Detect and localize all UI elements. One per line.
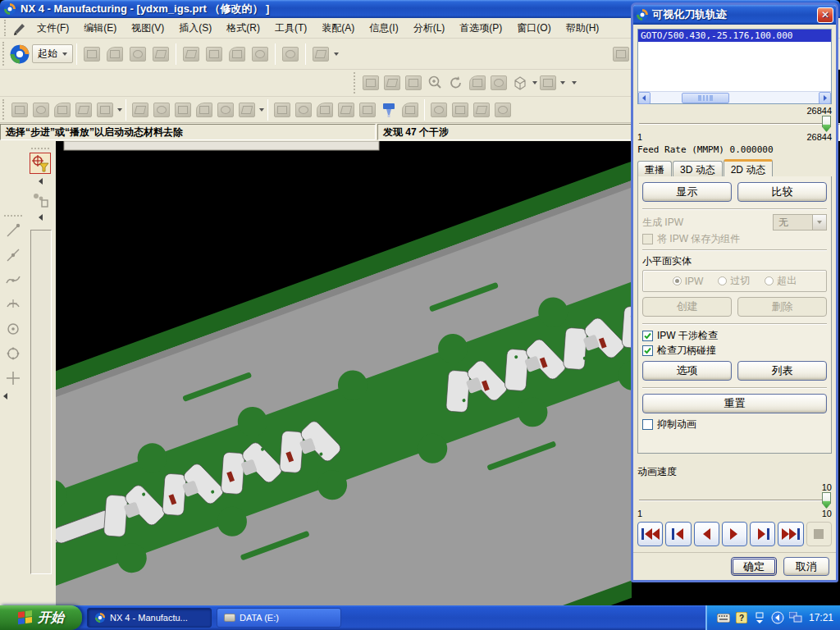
toolbar-options-button[interactable] [609,43,632,66]
taskbar-task-nx[interactable]: NX 4 - Manufactu... [87,608,212,628]
step-back-button[interactable] [665,522,691,546]
menu-insert[interactable]: 插入(S) [172,19,218,38]
new-button[interactable] [80,43,103,66]
verify-toolpath-button[interactable] [378,100,399,120]
list-toolpath-button[interactable] [357,100,378,120]
rotate-view-button[interactable] [445,73,467,93]
chevron-down-icon[interactable] [117,108,122,112]
step-forward-button[interactable] [750,522,775,546]
paste-button[interactable] [226,43,249,66]
tab-replay[interactable]: 重播 [637,161,672,176]
shaded-view-button[interactable] [488,73,509,93]
play-forward-button[interactable] [722,522,747,546]
zoom-box-button[interactable] [403,73,424,93]
suppress-animation-checkbox[interactable] [642,419,653,430]
post-process-button[interactable] [428,100,450,120]
end-point-button[interactable] [2,220,24,241]
pan-button[interactable] [467,73,488,93]
flyout-arrow-icon[interactable] [3,393,7,399]
magnifier-button[interactable] [424,73,445,93]
chevron-down-icon[interactable] [259,108,264,112]
network-icon[interactable] [789,611,802,624]
print-button[interactable] [149,43,172,66]
save-button[interactable] [126,43,149,66]
menu-information[interactable]: 信息(I) [363,19,404,38]
taskbar-task-data-drive[interactable]: DATA (E:) [217,608,341,628]
cut-operation-button[interactable] [151,100,172,120]
play-reverse-button[interactable] [694,522,719,546]
edit-operation-button[interactable] [130,100,151,120]
graphics-viewport[interactable] [56,141,632,605]
speed-slider[interactable] [637,492,832,509]
path-slider[interactable] [637,116,832,132]
create-program-button[interactable] [9,100,30,120]
batch-output-button[interactable] [492,100,514,120]
flyout-arrow-icon[interactable] [39,214,43,221]
transform-operation-button[interactable] [236,100,258,120]
toolbar-grip[interactable] [354,72,358,94]
menu-file[interactable]: 文件(F) [30,19,75,38]
menu-format[interactable]: 格式(R) [220,19,267,38]
scroll-left-button[interactable] [638,92,651,104]
copy-operation-button[interactable] [172,100,194,120]
cut-button[interactable] [180,43,203,66]
shop-docs-button[interactable] [450,100,471,120]
tab-2d-dynamic[interactable]: 2D 动态 [724,159,774,176]
ok-button[interactable]: 确定 [731,557,777,576]
menu-assemblies[interactable]: 装配(A) [315,19,361,38]
go-to-start-button[interactable] [637,522,663,546]
point-constructor-button[interactable] [2,368,24,389]
help-tray-icon[interactable]: ? [735,611,748,624]
menu-window[interactable]: 窗口(O) [510,19,557,38]
open-button[interactable] [103,43,126,66]
go-to-end-button[interactable] [778,522,803,546]
scrollbar-thumb[interactable] [682,93,729,103]
toolbar-grip[interactable] [4,215,22,218]
toolpath-listbox[interactable]: GOTO/500.430,-25.176,100.000 [637,29,832,104]
create-tool-button[interactable] [30,100,52,120]
undo-button[interactable] [279,43,302,66]
toolbar-grip[interactable] [31,148,49,151]
copy-button[interactable] [203,43,226,66]
start-menu-button[interactable]: 起始 [32,44,73,63]
menu-view[interactable]: 视图(V) [125,19,171,38]
scroll-right-button[interactable] [819,92,831,104]
zoom-button[interactable] [381,73,403,93]
hide-icons-arrow-icon[interactable] [753,611,766,624]
fit-view-button[interactable] [360,73,381,93]
create-geometry-button[interactable] [52,100,73,120]
flyout-arrow-icon[interactable] [39,178,43,185]
menu-tools[interactable]: 工具(T) [268,19,313,38]
snap-point-button[interactable] [30,189,51,210]
delete-button[interactable] [249,43,272,66]
toolbar-grip[interactable] [2,99,7,120]
sync-button[interactable] [314,100,336,120]
delete-operation-button[interactable] [215,100,236,120]
start-button[interactable]: 开始 [0,605,82,630]
chevron-down-icon[interactable] [560,81,565,84]
display-mode-button[interactable] [509,73,531,93]
selection-filter-button[interactable] [30,153,51,174]
menubar-grip[interactable] [4,20,8,35]
control-point-button[interactable] [2,269,24,290]
chevron-down-icon[interactable] [334,52,339,56]
path-slider-thumb[interactable] [822,116,831,132]
existing-point-button[interactable] [2,343,24,364]
menu-analysis[interactable]: 分析(L) [407,19,452,38]
reset-button[interactable]: 重置 [642,394,827,413]
menu-preferences[interactable]: 首选项(P) [453,19,509,38]
toolbar-overflow-icon[interactable] [572,81,577,84]
cancel-button[interactable]: 取消 [783,557,829,576]
quadrant-point-button[interactable] [2,318,24,340]
keyboard-icon[interactable] [717,611,730,624]
show-button[interactable]: 显示 [642,182,732,202]
report-button[interactable] [471,100,492,120]
toolbar-grip[interactable] [2,42,7,66]
mid-point-button[interactable] [2,244,24,266]
create-operation-button[interactable] [94,100,116,120]
create-method-button[interactable] [73,100,94,120]
holder-collision-checkbox[interactable] [642,345,653,356]
selected-goto-line[interactable]: GOTO/500.430,-25.176,100.000 [638,30,831,42]
arc-center-button[interactable] [2,294,24,315]
generate-toolpath-button[interactable] [272,100,293,120]
